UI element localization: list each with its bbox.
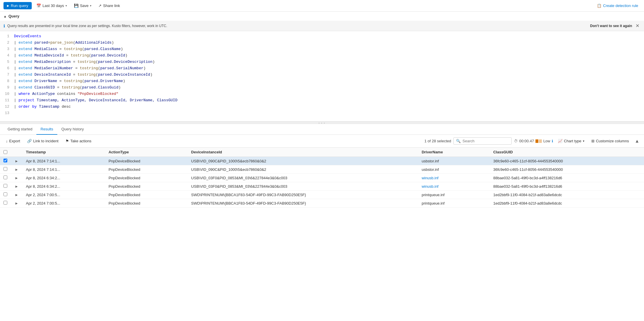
info-icon: ℹ: [552, 139, 553, 143]
search-input[interactable]: [462, 139, 509, 143]
bar-2: [539, 139, 542, 143]
create-detection-rule-button[interactable]: 📋 Create detection rule: [595, 2, 641, 9]
row-timestamp: Apr 8, 2024 7:14:1...: [22, 165, 105, 174]
table-row: ▶ Apr 2, 2024 7:00:5... PnpDeviceBlocked…: [0, 191, 644, 199]
row-expand-cell[interactable]: ▶: [11, 182, 22, 191]
tab-getting-started[interactable]: Getting started: [3, 124, 36, 135]
row-select-cell[interactable]: [0, 174, 11, 182]
row-device-instance: USB\VID_090C&PID_1000\5&ecb7860&0&2: [188, 165, 418, 174]
row-device-instance: SWD\PRINTENUM\{BBCA1F83-54DF-49FD-99C3-F…: [188, 191, 418, 199]
resize-handle[interactable]: • • •: [0, 122, 644, 124]
row-select-cell[interactable]: [0, 199, 11, 208]
chart-icon: 📈: [558, 139, 563, 143]
expand-row-button[interactable]: ▶: [14, 167, 19, 172]
actions-icon: ⚑: [65, 139, 69, 143]
chart-type-button[interactable]: 📈 Chart type ▾: [556, 138, 587, 144]
row-expand-cell[interactable]: ▶: [11, 199, 22, 208]
row-timestamp: Apr 2, 2024 7:00:5...: [22, 191, 105, 199]
save-button[interactable]: 💾 Save ▾: [72, 2, 94, 9]
query-section-title: Query: [8, 14, 19, 18]
row-class-guid: 1ed2bbf9-11f0-4084-b21f-ad83a8e6dcdc: [490, 191, 644, 199]
select-all-header[interactable]: [0, 148, 11, 157]
timer-value: 00:00.47: [519, 139, 534, 143]
take-actions-button[interactable]: ⚑ Take actions: [63, 138, 94, 144]
run-query-button[interactable]: ▶ Run query: [3, 2, 32, 9]
performance-label: Low: [543, 139, 550, 143]
search-icon: 🔍: [456, 139, 461, 143]
row-checkbox[interactable]: [3, 159, 7, 162]
row-checkbox[interactable]: [3, 201, 7, 205]
row-checkbox[interactable]: [3, 175, 7, 179]
row-expand-cell[interactable]: ▶: [11, 165, 22, 174]
row-device-instance: USB\VID_03F0&PID_0853&MI_03\6&227844e3&0…: [188, 182, 418, 191]
row-select-cell[interactable]: [0, 191, 11, 199]
table-header-row: Timestamp ActionType DeviceInstanceId Dr…: [0, 148, 644, 157]
code-line: 1 DeviceEvents: [0, 33, 644, 40]
results-table: Timestamp ActionType DeviceInstanceId Dr…: [0, 148, 644, 208]
expand-row-button[interactable]: ▶: [14, 176, 19, 180]
row-driver-name: usbstor.inf: [418, 165, 490, 174]
export-button[interactable]: ↓ Export: [3, 138, 22, 144]
row-checkbox[interactable]: [3, 184, 7, 188]
time-range-button[interactable]: 📅 Last 30 days ▾: [34, 2, 69, 9]
tab-results[interactable]: Results: [36, 124, 57, 135]
results-table-wrap[interactable]: Timestamp ActionType DeviceInstanceId Dr…: [0, 148, 644, 235]
code-line: 11 | project Timestamp, ActionType, Devi…: [0, 97, 644, 104]
expand-row-button[interactable]: ▶: [14, 184, 19, 189]
timer-section: ⏱ 00:00.47 Low ℹ: [514, 139, 553, 143]
row-expand-cell[interactable]: ▶: [11, 157, 22, 165]
row-timestamp: Apr 8, 2024 7:14:1...: [22, 157, 105, 165]
info-banner: ℹ Query results are presented in your lo…: [0, 21, 644, 31]
class-guid-header: ClassGUID: [490, 148, 644, 157]
row-action-type: PnpDeviceBlocked: [105, 182, 188, 191]
tab-query-history[interactable]: Query history: [57, 124, 88, 135]
row-timestamp: Apr 2, 2024 7:00:5...: [22, 199, 105, 208]
link-icon: 🔗: [27, 139, 32, 143]
search-box[interactable]: 🔍: [453, 137, 512, 145]
table-row: ▶ Apr 8, 2024 7:14:1... PnpDeviceBlocked…: [0, 157, 644, 165]
row-action-type: PnpDeviceBlocked: [105, 165, 188, 174]
row-checkbox[interactable]: [3, 192, 7, 196]
detection-icon: 📋: [597, 3, 602, 8]
row-class-guid: 36fc9e60-c465-11cf-8056-444553540000: [490, 157, 644, 165]
row-class-guid: 88bae032-5a81-49f0-bc3d-a4ff138216d6: [490, 182, 644, 191]
link-to-incident-button[interactable]: 🔗 Link to incident: [25, 138, 61, 144]
customize-columns-button[interactable]: ⊞ Customize columns: [589, 138, 631, 144]
row-select-cell[interactable]: [0, 165, 11, 174]
code-line: 5 | extend MediaDescription = tostring(p…: [0, 59, 644, 65]
row-driver-name: winusb.inf: [418, 182, 490, 191]
expand-row-button[interactable]: ▶: [14, 201, 19, 205]
collapse-results-button[interactable]: ▲: [634, 137, 641, 145]
share-link-button[interactable]: ↗ Share link: [96, 2, 122, 9]
chevron-down-icon: ▾: [90, 4, 91, 7]
chevron-down-icon: ▾: [65, 4, 67, 7]
info-icon: ℹ: [3, 24, 5, 28]
row-action-type: PnpDeviceBlocked: [105, 157, 188, 165]
row-expand-cell[interactable]: ▶: [11, 174, 22, 182]
row-select-cell[interactable]: [0, 182, 11, 191]
dont-show-button[interactable]: Don't want to see it again: [590, 24, 632, 28]
table-row: ▶ Apr 8, 2024 6:34:2... PnpDeviceBlocked…: [0, 174, 644, 182]
columns-icon: ⊞: [591, 139, 595, 143]
row-driver-name: printqueue.inf: [418, 199, 490, 208]
expand-row-button[interactable]: ▶: [14, 159, 19, 163]
row-device-instance: USB\VID_03F0&PID_0853&MI_03\6&227844e3&0…: [188, 174, 418, 182]
close-banner-button[interactable]: ✕: [634, 23, 641, 29]
row-checkbox[interactable]: [3, 167, 7, 171]
code-editor[interactable]: 1 DeviceEvents 2 | extend parsed=parse_j…: [0, 31, 644, 121]
banner-text: Query results are presented in your loca…: [7, 24, 588, 28]
row-driver-name: usbstor.inf: [418, 157, 490, 165]
row-action-type: PnpDeviceBlocked: [105, 191, 188, 199]
row-expand-cell[interactable]: ▶: [11, 191, 22, 199]
performance-bars: [535, 139, 542, 143]
top-toolbar: ▶ Run query 📅 Last 30 days ▾ 💾 Save ▾ ↗ …: [0, 0, 644, 12]
row-device-instance: USB\VID_090C&PID_1000\5&ecb7860&0&2: [188, 157, 418, 165]
driver-name-header: DriverName: [418, 148, 490, 157]
row-select-cell[interactable]: [0, 157, 11, 165]
expand-row-button[interactable]: ▶: [14, 193, 19, 197]
timestamp-header: Timestamp: [22, 148, 105, 157]
query-section-header[interactable]: ▲ Query: [0, 12, 644, 21]
results-tabs: Getting started Results Query history: [0, 124, 644, 135]
select-all-checkbox[interactable]: [3, 150, 7, 154]
row-driver-name: winusb.inf: [418, 174, 490, 182]
